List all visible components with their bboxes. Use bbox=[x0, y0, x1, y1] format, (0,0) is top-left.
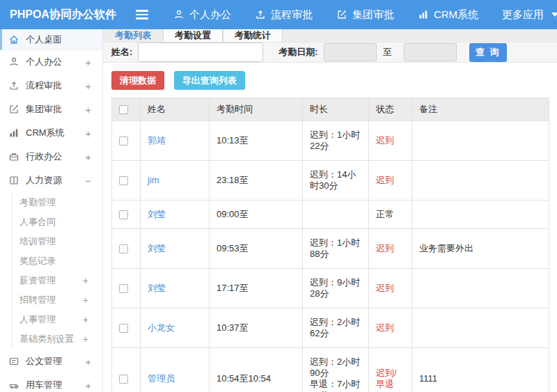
sidebar-item-crm[interactable]: CRM系统 + bbox=[0, 121, 102, 145]
employee-name-link[interactable]: 刘莹 bbox=[148, 243, 166, 253]
sidebar-subitem-label: 奖惩记录 bbox=[19, 255, 56, 267]
briefcase-icon bbox=[8, 151, 19, 162]
employee-name-link[interactable]: 郭靖 bbox=[148, 135, 166, 146]
app-title: PHPOA协同办公软件 bbox=[0, 8, 126, 22]
row-checkbox[interactable] bbox=[119, 244, 128, 253]
expand-icon[interactable]: + bbox=[83, 314, 88, 325]
sidebar-item-documents[interactable]: 公文管理 + bbox=[0, 350, 102, 373]
bar-chart-icon bbox=[8, 127, 19, 139]
col-duration: 时长 bbox=[303, 98, 369, 121]
nav-crm-system[interactable]: CRM系统 bbox=[418, 8, 478, 22]
attendance-time: 10:37至 bbox=[210, 308, 303, 348]
sidebar-subitem-contracts[interactable]: 人事合同 bbox=[0, 212, 102, 232]
late-duration: 迟到：14小时30分 bbox=[310, 169, 361, 191]
expand-icon[interactable]: + bbox=[85, 356, 91, 368]
employee-name-link[interactable]: jim bbox=[148, 175, 159, 185]
sidebar-subitem-rewards[interactable]: 奖惩记录 bbox=[0, 251, 102, 271]
expand-icon[interactable]: + bbox=[83, 334, 88, 345]
row-checkbox[interactable] bbox=[119, 324, 128, 333]
select-all-checkbox[interactable] bbox=[119, 105, 128, 114]
expand-icon[interactable]: + bbox=[83, 275, 88, 286]
row-checkbox[interactable] bbox=[119, 136, 128, 146]
row-checkbox[interactable] bbox=[119, 375, 128, 384]
table-header-row: 姓名 考勤时间 时长 状态 备注 bbox=[112, 98, 549, 121]
filter-bar: 姓名: 考勤日期: 至 查 询 bbox=[103, 42, 557, 63]
sidebar-item-group-approval[interactable]: 集团审批 + bbox=[0, 97, 102, 121]
clear-data-button[interactable]: 清理数据 bbox=[111, 71, 164, 90]
date-to-input[interactable] bbox=[404, 43, 457, 61]
expand-icon[interactable]: + bbox=[85, 56, 91, 68]
employee-name-link[interactable]: 管理员 bbox=[148, 373, 175, 384]
date-from-input[interactable] bbox=[324, 43, 377, 61]
date-filter-group: 考勤日期: 至 bbox=[278, 43, 456, 61]
late-duration: 迟到：1小时22分 bbox=[310, 130, 361, 152]
late-duration: 迟到：2小时90分 bbox=[310, 356, 361, 379]
collapse-icon[interactable]: − bbox=[85, 175, 91, 187]
table-row: 管理员 10:54至10:54 迟到：2小时90分早退：7小时10分 迟到/早退… bbox=[112, 348, 549, 392]
export-list-button[interactable]: 导出查询列表 bbox=[174, 71, 245, 90]
row-checkbox[interactable] bbox=[119, 176, 128, 185]
name-input[interactable] bbox=[138, 42, 263, 62]
table-row: 郭靖 10:13至 迟到：1小时22分 迟到 bbox=[112, 121, 549, 161]
sidebar-subitem-personnel[interactable]: 人事管理 + bbox=[0, 310, 102, 329]
duration-cell: 迟到：2小时62分 bbox=[303, 308, 369, 348]
hamburger-menu-icon[interactable] bbox=[136, 10, 148, 19]
sidebar-subitem-base-category[interactable]: 基础类别设置 + bbox=[0, 329, 102, 349]
expand-icon[interactable]: + bbox=[85, 151, 91, 163]
sidebar-item-label: 个人桌面 bbox=[26, 33, 62, 46]
sidebar-subitem-training[interactable]: 培训管理 bbox=[0, 232, 102, 251]
top-bar: PHPOA协同办公软件 个人办公 流程审批 集团审批 CRM系统 bbox=[0, 0, 557, 29]
note-cell bbox=[412, 308, 549, 348]
col-note: 备注 bbox=[412, 98, 549, 121]
sidebar-subitem-attendance[interactable]: 考勤管理 bbox=[0, 193, 102, 212]
nav-label: 流程审批 bbox=[271, 8, 313, 22]
sidebar-subitem-label: 人事管理 bbox=[19, 313, 56, 326]
attendance-time: 10:13至 bbox=[210, 121, 303, 161]
table-row: 小龙女 10:37至 迟到：2小时62分 迟到 bbox=[112, 308, 549, 348]
sidebar-subitem-salary[interactable]: 薪资管理 + bbox=[0, 271, 102, 290]
nav-group-approval[interactable]: 集团审批 bbox=[336, 8, 394, 22]
sidebar-item-personal-office[interactable]: 个人办公 + bbox=[0, 50, 102, 74]
attendance-table: 姓名 考勤时间 时长 状态 备注 郭靖 10:13至 迟到：1小时22分 迟到 bbox=[111, 97, 549, 392]
table-row: 刘莹 17:17至 迟到：9小时28分 迟到 bbox=[112, 269, 549, 308]
duration-cell: 迟到：1小时22分 bbox=[303, 121, 369, 161]
row-checkbox[interactable] bbox=[119, 210, 128, 219]
search-button[interactable]: 查 询 bbox=[469, 43, 507, 62]
tab-attendance-stats[interactable]: 考勤统计 bbox=[223, 29, 283, 42]
status-text: 迟到 bbox=[376, 283, 394, 293]
expand-icon[interactable]: + bbox=[85, 379, 91, 391]
tab-attendance-settings[interactable]: 考勤设置 bbox=[163, 29, 223, 42]
top-nav: 个人办公 流程审批 集团审批 CRM系统 更多应用 bbox=[173, 8, 557, 22]
row-checkbox[interactable] bbox=[119, 284, 128, 293]
sidebar-item-admin-office[interactable]: 行政办公 + bbox=[0, 145, 102, 168]
employee-name-link[interactable]: 刘莹 bbox=[148, 209, 166, 219]
sidebar-item-desktop[interactable]: 个人桌面 bbox=[0, 29, 102, 50]
sidebar-item-process-approval[interactable]: 流程审批 + bbox=[0, 74, 102, 97]
late-duration: 迟到：2小时62分 bbox=[310, 317, 361, 339]
note-cell bbox=[412, 201, 549, 229]
early-duration: 早退：7小时10分 bbox=[310, 379, 361, 392]
sidebar-item-label: 人力资源 bbox=[26, 174, 62, 187]
duration-cell: 迟到：14小时30分 bbox=[303, 161, 369, 201]
sidebar-item-label: CRM系统 bbox=[26, 127, 65, 139]
sidebar-subitem-recruit[interactable]: 招聘管理 + bbox=[0, 290, 102, 310]
nav-more-apps[interactable]: 更多应用 bbox=[502, 8, 557, 22]
status-text: 正常 bbox=[376, 209, 394, 219]
employee-name-link[interactable]: 刘莹 bbox=[148, 283, 166, 293]
sidebar-item-vehicles[interactable]: 用车管理 + bbox=[0, 373, 102, 392]
nav-personal-office[interactable]: 个人办公 bbox=[173, 8, 231, 22]
employee-name-link[interactable]: 小龙女 bbox=[148, 322, 175, 333]
tab-attendance-list[interactable]: 考勤列表 bbox=[103, 29, 163, 42]
expand-icon[interactable]: + bbox=[85, 104, 91, 116]
sidebar-item-hr[interactable]: 人力资源 − bbox=[0, 168, 102, 192]
sidebar-subitem-label: 招聘管理 bbox=[19, 294, 56, 306]
status-text: 迟到 bbox=[376, 175, 394, 185]
sidebar-item-label: 流程审批 bbox=[26, 79, 62, 92]
expand-icon[interactable]: + bbox=[85, 127, 91, 139]
process-icon bbox=[255, 9, 266, 20]
note-cell bbox=[412, 121, 549, 161]
nav-process-approval[interactable]: 流程审批 bbox=[255, 8, 313, 22]
late-duration: 迟到：1小时88分 bbox=[310, 237, 361, 260]
expand-icon[interactable]: + bbox=[83, 295, 88, 306]
expand-icon[interactable]: + bbox=[85, 80, 91, 92]
